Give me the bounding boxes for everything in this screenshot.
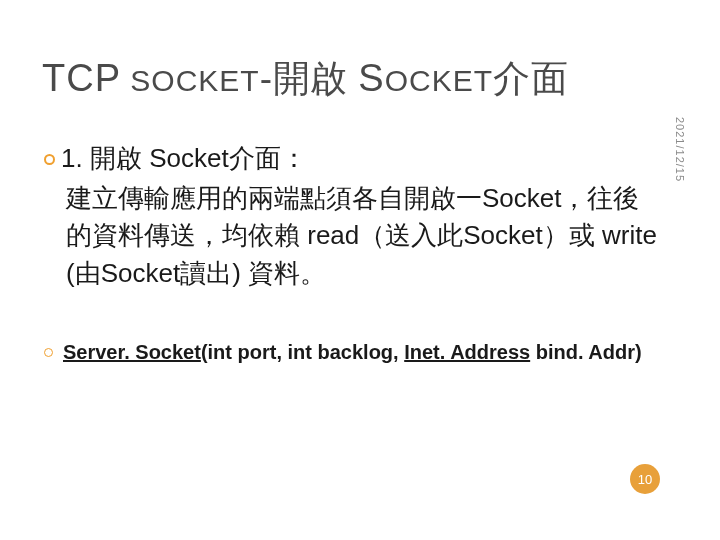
code-params-open: (int port, int backlog,	[201, 341, 404, 363]
page-number-badge: 10	[630, 464, 660, 494]
slide: TCP SOCKET-開啟 SOCKET介面 2021/12/15 1. 開啟 …	[0, 0, 720, 540]
bullet-icon	[44, 348, 53, 357]
date-vertical: 2021/12/15	[674, 117, 686, 182]
title-s-big: S	[358, 57, 384, 99]
title-socket-caps: SOCKET	[121, 64, 260, 97]
code-inetaddress: Inet. Address	[404, 341, 530, 363]
slide-title: TCP SOCKET-開啟 SOCKET介面	[42, 54, 568, 104]
item1-lead: 1. 開啟 Socket介面：	[61, 143, 307, 173]
title-tcp: TCP	[42, 57, 121, 99]
bullet-icon	[44, 154, 55, 165]
title-cjk-open: 開啟	[273, 58, 359, 99]
code-serversocket: Server. Socket	[63, 341, 201, 363]
item1-description: 建立傳輸應用的兩端點須各自開啟一Socket，往後的資料傳送，均依賴 read（…	[66, 180, 660, 293]
code-params-rest: bind. Addr)	[530, 341, 641, 363]
page-number: 10	[638, 472, 652, 487]
title-cjk-interface: 介面	[493, 58, 568, 99]
title-ocket-small: OCKET	[385, 64, 493, 97]
bullet-item-2: Server. Socket(int port, int backlog, In…	[44, 341, 660, 364]
title-dash: -	[260, 58, 273, 99]
body-content: 1. 開啟 Socket介面： 建立傳輸應用的兩端點須各自開啟一Socket，往…	[44, 140, 660, 364]
bullet-item-1: 1. 開啟 Socket介面： 建立傳輸應用的兩端點須各自開啟一Socket，往…	[44, 140, 660, 293]
